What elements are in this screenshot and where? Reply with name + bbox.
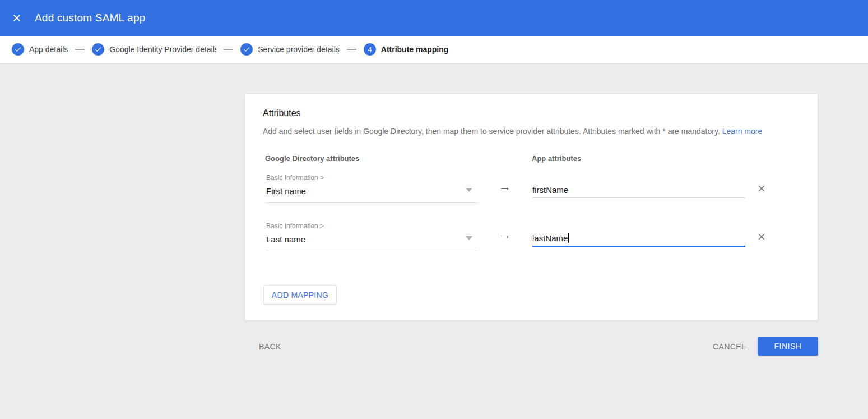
- cancel-button[interactable]: CANCEL: [713, 342, 746, 351]
- step-complete-check-icon: [92, 43, 104, 56]
- step-number-badge: 4: [364, 43, 376, 56]
- directory-attribute-value: First name: [266, 186, 306, 196]
- step-complete-check-icon: [12, 43, 24, 56]
- directory-attribute-select[interactable]: Basic Information > First name: [266, 172, 477, 203]
- close-icon[interactable]: [6, 7, 28, 29]
- chevron-down-icon: [466, 236, 472, 240]
- mapping-row: Basic Information > Last name → lastName: [266, 220, 804, 255]
- attribute-category-label: Basic Information >: [266, 222, 324, 230]
- card-title: Attributes: [263, 108, 301, 118]
- attributes-card: Attributes Add and select user fields in…: [244, 93, 818, 321]
- step-label: Attribute mapping: [381, 45, 449, 54]
- description-text: Add and select user fields in Google Dir…: [263, 127, 720, 136]
- delete-mapping-icon[interactable]: [755, 230, 768, 243]
- step-google-idp-details[interactable]: Google Identity Provider details: [92, 43, 216, 56]
- mapping-arrow-icon: →: [499, 228, 511, 242]
- app-attribute-input[interactable]: lastName: [532, 231, 745, 247]
- delete-mapping-icon[interactable]: [755, 182, 768, 195]
- finish-button[interactable]: FINISH: [758, 337, 818, 356]
- step-separator: [75, 49, 85, 50]
- mapping-row: Basic Information > First name → firstNa…: [266, 172, 804, 206]
- step-label: Service provider details: [258, 45, 340, 54]
- add-mapping-button[interactable]: ADD MAPPING: [263, 285, 337, 305]
- card-description: Add and select user fields in Google Dir…: [263, 127, 762, 136]
- dialog-title: Add custom SAML app: [35, 12, 145, 24]
- column-header-app-attributes: App attributes: [532, 154, 581, 163]
- back-button[interactable]: BACK: [259, 342, 281, 351]
- step-label: Google Identity Provider details: [109, 45, 216, 54]
- attribute-category-label: Basic Information >: [266, 174, 324, 182]
- learn-more-link[interactable]: Learn more: [722, 127, 763, 136]
- chevron-down-icon: [466, 188, 472, 192]
- text-cursor: [568, 233, 569, 243]
- step-label: App details: [29, 45, 68, 54]
- step-service-provider-details[interactable]: Service provider details: [240, 43, 340, 56]
- mapping-arrow-icon: →: [499, 179, 511, 194]
- step-complete-check-icon: [240, 43, 253, 56]
- dialog-header: Add custom SAML app: [0, 0, 868, 36]
- step-attribute-mapping[interactable]: 4 Attribute mapping: [364, 43, 449, 56]
- step-separator: [347, 49, 356, 50]
- wizard-stepper: App details Google Identity Provider det…: [0, 36, 868, 63]
- directory-attribute-value: Last name: [266, 234, 305, 244]
- step-separator: [224, 49, 233, 50]
- directory-attribute-select[interactable]: Basic Information > Last name: [266, 220, 477, 251]
- app-attribute-input[interactable]: firstName: [532, 183, 745, 198]
- step-app-details[interactable]: App details: [12, 43, 68, 56]
- column-header-directory-attributes: Google Directory attributes: [265, 154, 359, 163]
